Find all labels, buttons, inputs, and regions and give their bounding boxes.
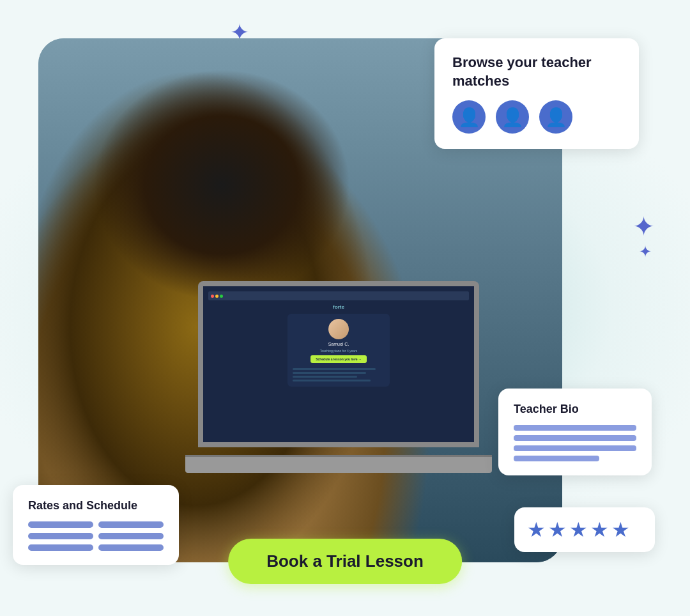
teacher-avatar-2: 👤 <box>496 100 529 134</box>
bio-line-1 <box>514 425 636 431</box>
laptop-teacher-name: Samuel C. <box>328 342 349 346</box>
browse-teachers-card: Browse your teacher matches 👤 👤 👤 <box>434 38 639 149</box>
laptop-logo: forte <box>333 304 344 310</box>
laptop-teacher-avatar <box>328 319 349 339</box>
teacher-avatars-container: 👤 👤 👤 <box>452 100 621 134</box>
teacher-bio-title: Teacher Bio <box>514 403 636 416</box>
laptop-teacher-subtitle: Teaching piano for 4 years <box>320 349 358 353</box>
rate-line-6 <box>98 544 164 551</box>
bio-line-3 <box>514 445 636 451</box>
bio-lines-container <box>514 425 636 461</box>
avatar-circle-2: 👤 <box>496 100 529 134</box>
bio-line-2 <box>514 435 636 441</box>
sparkle-icon-3: ✦ <box>632 211 655 242</box>
teacher-avatar-1: 👤 <box>452 100 486 134</box>
star-3: ★ <box>569 518 588 542</box>
person-icon-1: 👤 <box>458 107 480 128</box>
scene: ✦ ✦ ✦ ✦ forte Samuel C. Teaching pia <box>0 0 690 616</box>
star-5: ★ <box>611 518 630 542</box>
teacher-bio-card: Teacher Bio <box>498 389 652 475</box>
rate-line-2 <box>98 521 164 528</box>
rate-line-4 <box>98 533 164 539</box>
laptop-base <box>185 457 492 473</box>
book-trial-lesson-button[interactable]: Book a Trial Lesson <box>228 539 462 584</box>
rate-line-3 <box>28 533 93 539</box>
person-icon-2: 👤 <box>502 107 524 128</box>
browse-teachers-title: Browse your teacher matches <box>452 54 621 90</box>
avatar-circle-3: 👤 <box>539 100 572 134</box>
sparkle-icon-4: ✦ <box>639 243 652 261</box>
rates-schedule-title: Rates and Schedule <box>28 499 164 512</box>
stars-rating-card: ★ ★ ★ ★ ★ <box>514 507 655 552</box>
laptop-screen: forte Samuel C. Teaching piano for 4 yea… <box>198 281 479 447</box>
rate-line-5 <box>28 544 93 551</box>
star-2: ★ <box>548 518 567 542</box>
star-1: ★ <box>527 518 546 542</box>
laptop: forte Samuel C. Teaching piano for 4 yea… <box>185 281 492 486</box>
laptop-schedule-button: Schedule a lesson you love → <box>310 355 367 363</box>
rate-line-1 <box>28 521 93 528</box>
teacher-avatar-3: 👤 <box>539 100 572 134</box>
rates-schedule-card: Rates and Schedule <box>13 485 179 565</box>
rate-lines-container <box>28 521 164 551</box>
bio-line-4 <box>514 456 599 461</box>
star-4: ★ <box>590 518 609 542</box>
avatar-circle-1: 👤 <box>452 100 486 134</box>
person-icon-3: 👤 <box>545 107 567 128</box>
